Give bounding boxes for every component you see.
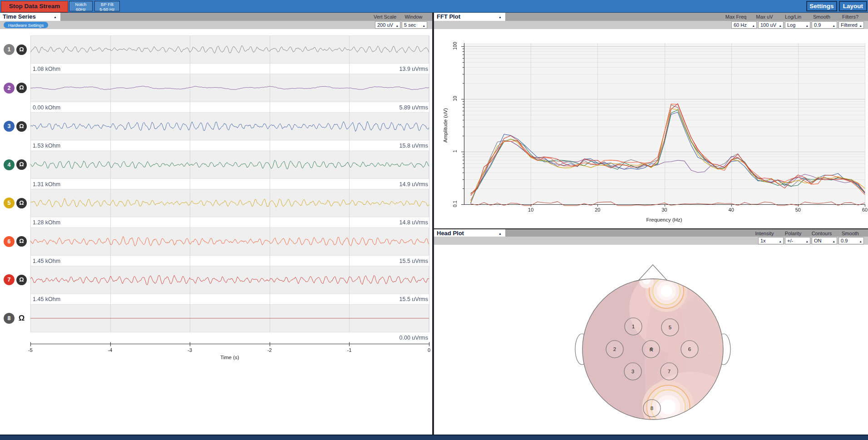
time-series-title: Time Series [3, 13, 36, 20]
time-series-window-dropdown[interactable]: 5 sec▲ [402, 21, 427, 29]
channel-7-impedance-button[interactable]: Ω [16, 275, 27, 285]
channel-1-button[interactable]: 1 [4, 44, 15, 55]
chevron-up-icon: ▲ [54, 13, 57, 21]
channel-4-button[interactable]: 4 [4, 159, 15, 170]
fft-max-uv-dropdown[interactable]: 100 uV▲ [758, 21, 784, 29]
fft-y-tick-label: 0.1 [452, 197, 458, 211]
head-plot-polarity-value: +/- [787, 238, 793, 243]
fft-x-tick-label: 20 [588, 207, 607, 213]
fft-log-lin-dropdown[interactable]: Log▲ [785, 21, 810, 29]
time-series-vert-scale-value: 200 uV [377, 22, 393, 28]
fft-x-tick-label: 50 [789, 207, 807, 213]
notch-filter-line2: 60Hz [69, 7, 92, 12]
head-plot-title-row: Head Plot ▲ IntensityPolarityContoursSmo… [434, 228, 868, 237]
head-plot-title: Head Plot [437, 230, 464, 237]
chevron-up-icon: ▲ [752, 23, 755, 29]
channel-2-rms-value: 5.89 uVrms [30, 103, 428, 112]
channel-4-rms-value: 14.9 uVrms [30, 180, 428, 189]
fft-filters-label: Filters? [837, 13, 864, 21]
time-series-widget-selector[interactable]: Time Series ▲ [0, 13, 60, 21]
electrode-1-label: 1 [632, 324, 635, 329]
fft-title-row: FFT Plot ▲ Max FreqMax uVLog/LinSmoothFi… [434, 13, 868, 21]
channel-3-impedance-button[interactable]: Ω [16, 121, 27, 132]
chevron-up-icon: ▲ [859, 23, 862, 29]
time-axis-tick-label: -2 [263, 347, 276, 353]
electrode-2-label: 2 [613, 346, 616, 352]
time-series-title-row: Time Series ▲ Vert ScaleWindow [0, 13, 432, 21]
chevron-up-icon: ▲ [833, 238, 835, 245]
chevron-up-icon: ▲ [423, 23, 425, 29]
fft-filters-dropdown[interactable]: Filtered▲ [838, 21, 864, 29]
time-series-panel: Time Series ▲ Vert ScaleWindow Hardware … [0, 13, 432, 435]
fft-smooth-value: 0.9 [814, 22, 821, 28]
channel-5-impedance-button[interactable]: Ω [16, 198, 27, 208]
fft-max-freq-dropdown[interactable]: 60 Hz▲ [731, 21, 757, 29]
bandpass-filter-line2: 5-50 Hz [95, 7, 119, 12]
channel-8-impedance-button[interactable]: Ω [16, 313, 27, 323]
channel-6-rms-value: 15.5 uVrms [30, 257, 428, 266]
fft-max-freq-value: 60 Hz [734, 22, 747, 28]
channel-1-impedance-button[interactable]: Ω [16, 44, 27, 55]
right-panels: FFT Plot ▲ Max FreqMax uVLog/LinSmoothFi… [434, 13, 868, 435]
channel-5-rms-value: 14.8 uVrms [30, 218, 428, 227]
fft-smooth-dropdown[interactable]: 0.9▲ [812, 21, 837, 29]
channel-1-rms-value: 13.9 uVrms [30, 64, 428, 74]
bandpass-filter-button[interactable]: BP Filt 5-50 Hz [94, 1, 120, 11]
channel-7-rms-value: 15.5 uVrms [30, 295, 428, 304]
head-plot-smooth-dropdown[interactable]: 0.9▲ [838, 237, 864, 244]
openbci-gui-window: Stop Data Stream Notch 60Hz BP Filt 5-50… [0, 0, 868, 440]
fft-x-tick-label: 40 [722, 207, 740, 213]
channel-6-button[interactable]: 6 [4, 236, 15, 247]
head-plot-contours-dropdown[interactable]: ON▲ [812, 237, 837, 244]
chevron-up-icon: ▲ [806, 23, 809, 29]
notch-filter-line1: Notch [69, 2, 92, 7]
fft-log-lin-value: Log [787, 22, 795, 28]
fft-y-tick-label: 100 [452, 39, 458, 53]
time-series-vert-scale-dropdown[interactable]: 200 uV▲ [375, 21, 400, 29]
chevron-up-icon: ▲ [806, 238, 809, 245]
time-series-window-label: Window [400, 13, 427, 21]
fft-filters-value: Filtered [841, 22, 858, 28]
hardware-settings-button[interactable]: Hardware Settings [4, 22, 48, 28]
head-plot-area: 15263784R [434, 245, 868, 435]
fft-widget-selector[interactable]: FFT Plot ▲ [434, 13, 505, 21]
channel-8-button[interactable]: 8 [4, 313, 15, 324]
channel-3-button[interactable]: 3 [4, 121, 15, 132]
stop-data-stream-button[interactable]: Stop Data Stream [1, 1, 68, 12]
fft-x-tick-label: 30 [656, 207, 674, 213]
top-toolbar: Stop Data Stream Notch 60Hz BP Filt 5-50… [0, 0, 868, 13]
fft-smooth-label: Smooth [808, 13, 835, 21]
fft-panel: FFT Plot ▲ Max FreqMax uVLog/LinSmoothFi… [434, 13, 868, 228]
fft-x-tick-label: 10 [522, 207, 540, 213]
layout-button[interactable]: Layout [839, 1, 867, 11]
chevron-up-icon: ▲ [779, 238, 782, 245]
time-series-sub-row: Hardware Settings 200 uV▲5 sec▲ [0, 21, 432, 29]
fft-plot-area: 1001010.1102030405060Amplitude (uV)Frequ… [434, 29, 868, 228]
channel-2-button[interactable]: 2 [4, 83, 15, 94]
channel-2-impedance-button[interactable]: Ω [16, 83, 27, 93]
time-series-vert-scale-label: Vert Scale [371, 13, 399, 21]
electrode-3-label: 3 [631, 369, 634, 374]
head-plot-smooth-value: 0.9 [841, 238, 848, 243]
chevron-up-icon: ▲ [779, 23, 782, 29]
electrode-8-label: 8 [651, 405, 653, 411]
nose [638, 265, 667, 281]
fft-y-tick-label: 10 [452, 92, 458, 105]
time-series-plot-area: 1Ω1.08 kOhm13.9 uVrms2Ω0.00 kOhm5.89 uVr… [0, 29, 432, 435]
chevron-up-icon: ▲ [859, 238, 862, 245]
fft-y-tick-label: 1 [452, 144, 458, 158]
head-plot-intensity-value: 1x [760, 238, 766, 243]
head-plot-panel: Head Plot ▲ IntensityPolarityContoursSmo… [434, 228, 868, 435]
time-series-window-value: 5 sec [404, 22, 416, 28]
settings-button[interactable]: Settings [806, 1, 837, 11]
chevron-up-icon: ▲ [833, 23, 835, 29]
head-plot-polarity-dropdown[interactable]: +/-▲ [785, 237, 810, 244]
notch-filter-button[interactable]: Notch 60Hz [69, 1, 93, 11]
time-axis-tick-label: -1 [342, 347, 356, 353]
head-plot-intensity-dropdown[interactable]: 1x▲ [758, 237, 784, 244]
fft-max-freq-label: Max Freq [722, 13, 750, 21]
time-axis-tick-label: -3 [183, 347, 197, 353]
fft-title: FFT Plot [437, 13, 460, 20]
fft-x-axis-title: Frequency (Hz) [619, 217, 710, 222]
chevron-up-icon: ▲ [498, 13, 502, 21]
